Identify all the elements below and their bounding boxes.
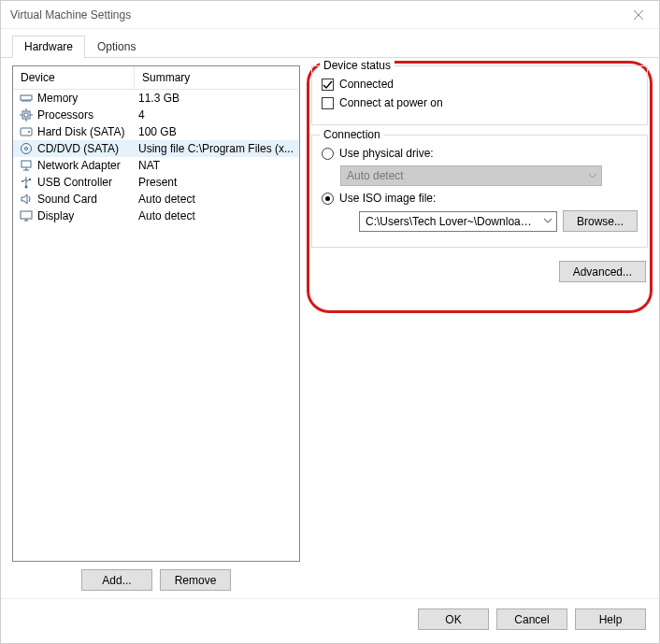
device-summary: NAT — [135, 159, 297, 172]
tab-options[interactable]: Options — [85, 36, 148, 58]
ok-button[interactable]: OK — [418, 608, 489, 630]
iso-path-value: C:\Users\Tech Lover~\Downloads\VM Tool — [360, 215, 539, 228]
device-list-buttons: Add... Remove — [12, 562, 300, 591]
device-summary: 11.3 GB — [135, 92, 297, 105]
svg-point-17 — [25, 148, 28, 150]
cancel-button[interactable]: Cancel — [496, 608, 567, 630]
iso-label: Use ISO image file: — [339, 192, 436, 205]
checkmark-icon — [323, 79, 333, 90]
connected-label: Connected — [339, 78, 394, 91]
titlebar: Virtual Machine Settings — [1, 1, 659, 29]
iso-path-combo[interactable]: C:\Users\Tech Lover~\Downloads\VM Tool — [359, 211, 557, 232]
header-summary[interactable]: Summary — [135, 66, 299, 89]
advanced-button[interactable]: Advanced... — [559, 261, 646, 282]
device-row[interactable]: Memory11.3 GB — [13, 90, 299, 107]
device-list[interactable]: Device Summary Memory11.3 GBProcessors4H… — [12, 65, 300, 562]
device-name: Sound Card — [37, 193, 135, 206]
connection-group: Connection Use physical drive: Auto dete… — [311, 135, 648, 248]
device-name: Hard Disk (SATA) — [37, 125, 135, 138]
device-name: CD/DVD (SATA) — [37, 142, 135, 155]
svg-rect-9 — [24, 113, 28, 117]
cpu-icon — [19, 107, 34, 122]
device-name: Display — [37, 209, 135, 222]
tabstrip: Hardware Options — [1, 29, 659, 58]
device-name: Network Adapter — [37, 159, 135, 172]
sound-icon — [19, 192, 34, 207]
svg-rect-26 — [21, 211, 32, 219]
physical-label: Use physical drive: — [339, 147, 434, 160]
svg-rect-18 — [22, 161, 31, 167]
svg-rect-24 — [29, 179, 31, 180]
physical-drive-value: Auto detect — [341, 169, 584, 182]
device-row[interactable]: CD/DVD (SATA)Using file C:\Program Files… — [13, 140, 299, 157]
window-title: Virtual Machine Settings — [10, 8, 131, 21]
device-row[interactable]: Processors4 — [13, 107, 299, 123]
svg-point-22 — [25, 186, 28, 189]
hdd-icon — [19, 124, 34, 139]
svg-point-15 — [28, 131, 30, 133]
device-row[interactable]: Sound CardAuto detect — [13, 191, 299, 208]
connection-legend: Connection — [320, 128, 384, 141]
help-button[interactable]: Help — [575, 608, 646, 630]
connect-at-poweron-checkbox[interactable]: Connect at power on — [322, 96, 638, 109]
use-iso-radio[interactable]: Use ISO image file: — [322, 192, 638, 205]
connected-checkbox[interactable]: Connected — [322, 78, 638, 91]
device-row[interactable]: DisplayAuto detect — [13, 208, 299, 224]
svg-rect-2 — [21, 95, 32, 100]
device-summary: Auto detect — [135, 209, 297, 222]
add-button[interactable]: Add... — [81, 569, 152, 591]
display-icon — [19, 208, 34, 223]
close-button[interactable] — [617, 1, 659, 29]
svg-point-23 — [22, 180, 23, 182]
left-panel: Device Summary Memory11.3 GBProcessors4H… — [12, 65, 300, 591]
net-icon — [19, 158, 34, 173]
device-status-legend: Device status — [320, 59, 395, 72]
device-summary: 4 — [135, 108, 297, 122]
poweron-label: Connect at power on — [339, 96, 443, 109]
device-summary: Using file C:\Program Files (x... — [135, 142, 297, 155]
use-physical-drive-radio[interactable]: Use physical drive: — [322, 147, 638, 160]
device-row[interactable]: USB ControllerPresent — [13, 174, 299, 191]
svg-rect-14 — [21, 128, 32, 136]
browse-button[interactable]: Browse... — [563, 210, 638, 232]
vm-settings-window: Virtual Machine Settings Hardware Option… — [0, 0, 660, 644]
content-area: Device Summary Memory11.3 GBProcessors4H… — [1, 58, 659, 598]
remove-button[interactable]: Remove — [160, 569, 231, 591]
device-status-group: Device status Connected Connect at power… — [311, 65, 648, 125]
cd-icon — [19, 141, 34, 156]
device-name: Processors — [37, 108, 135, 122]
device-summary: 100 GB — [135, 125, 297, 138]
device-row[interactable]: Hard Disk (SATA)100 GB — [13, 123, 299, 140]
usb-icon — [19, 175, 34, 190]
dialog-buttons: OK Cancel Help — [1, 598, 659, 643]
device-name: Memory — [37, 92, 135, 105]
tab-hardware[interactable]: Hardware — [12, 36, 85, 58]
chevron-down-icon — [584, 166, 601, 185]
svg-rect-8 — [22, 111, 30, 119]
device-name: USB Controller — [37, 176, 135, 189]
header-device[interactable]: Device — [13, 66, 135, 89]
device-row[interactable]: Network AdapterNAT — [13, 157, 299, 174]
svg-marker-25 — [22, 194, 27, 204]
right-panel: Device status Connected Connect at power… — [311, 65, 648, 591]
device-summary: Auto detect — [135, 193, 297, 206]
chevron-down-icon — [539, 212, 556, 231]
device-summary: Present — [135, 176, 297, 189]
device-list-header: Device Summary — [13, 66, 299, 90]
close-icon — [634, 10, 643, 20]
svg-point-16 — [22, 144, 32, 154]
memory-icon — [19, 91, 34, 106]
physical-drive-combo: Auto detect — [340, 165, 602, 186]
